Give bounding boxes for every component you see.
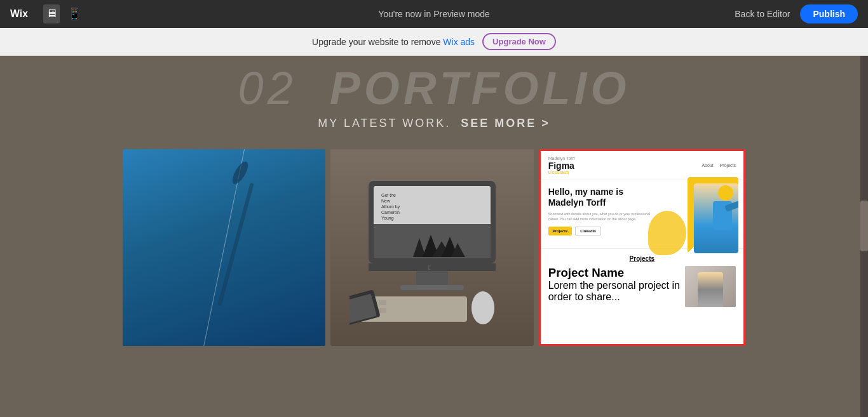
preview-mode-text: You're now in Preview mode bbox=[378, 9, 490, 19]
svg-text:Cameron: Cameron bbox=[381, 210, 400, 215]
figma-nav-links: About Projects bbox=[702, 163, 736, 168]
svg-text::  bbox=[428, 264, 431, 271]
desktop-icon[interactable]: 🖥 bbox=[43, 4, 60, 23]
portfolio-title: 02 PORTFOLIO bbox=[238, 62, 630, 114]
upgrade-text: Upgrade your website to remove Wix ads bbox=[312, 37, 475, 47]
svg-point-2 bbox=[229, 159, 251, 187]
figma-nav-name: Madelyn Torff bbox=[548, 156, 575, 161]
portfolio-subtitle: MY LATEST WORK. SEE MORE > bbox=[318, 117, 550, 130]
figma-projects-section: Projects Project Name Lorem the personal… bbox=[541, 248, 743, 314]
figma-project-img bbox=[685, 266, 736, 307]
portfolio-card-mac[interactable]: Get the New Album by Cameron Young  bbox=[330, 149, 533, 346]
figma-logo: Figma bbox=[548, 161, 575, 171]
figma-hero-text: Hello, my name is Madelyn Torff Short te… bbox=[548, 187, 651, 222]
upgrade-banner: Upgrade your website to remove Wix ads U… bbox=[0, 28, 868, 56]
svg-rect-28 bbox=[379, 308, 386, 313]
figma-nav-projects[interactable]: Projects bbox=[720, 163, 736, 168]
wix-ads-highlight: Wix ads bbox=[443, 37, 475, 47]
diver-svg bbox=[123, 149, 325, 346]
figma-project-figure bbox=[698, 272, 723, 307]
figma-project-item: Project Name Lorem the personal project … bbox=[548, 266, 736, 307]
portfolio-grid: deep Get the New Album by Cameron Young bbox=[123, 149, 745, 346]
figma-card-inner: Madelyn Torff Figma UI DESIGNER About Pr… bbox=[541, 151, 743, 344]
figma-linkedin-btn[interactable]: LinkedIn bbox=[575, 227, 601, 235]
person-svg bbox=[694, 183, 738, 253]
figma-nav: Madelyn Torff Figma UI DESIGNER About Pr… bbox=[541, 151, 743, 180]
upgrade-now-button[interactable]: Upgrade Now bbox=[482, 33, 556, 50]
figma-person bbox=[694, 183, 738, 253]
svg-point-32 bbox=[718, 185, 733, 201]
figma-project-name: Project Name bbox=[548, 266, 680, 280]
figma-projects-title: Projects bbox=[548, 255, 736, 262]
svg-point-29 bbox=[471, 291, 494, 324]
portfolio-card-deep[interactable]: deep bbox=[123, 149, 325, 346]
figma-hero-heading: Hello, my name is Madelyn Torff bbox=[548, 187, 651, 208]
svg-text:Young: Young bbox=[381, 216, 394, 221]
figma-nav-about[interactable]: About bbox=[702, 163, 713, 168]
figma-tagline: UI DESIGNER bbox=[548, 171, 575, 175]
figma-hero-image bbox=[688, 177, 738, 253]
svg-rect-25 bbox=[379, 300, 386, 305]
figma-project-details: Project Name Lorem the personal project … bbox=[548, 266, 680, 303]
right-scrollbar[interactable] bbox=[860, 56, 868, 417]
back-to-editor-link[interactable]: Back to Editor bbox=[735, 9, 790, 19]
svg-rect-3 bbox=[217, 183, 254, 307]
svg-rect-20 bbox=[416, 271, 448, 285]
svg-rect-18 bbox=[369, 263, 496, 271]
figma-projects-btn[interactable]: Projects bbox=[548, 227, 573, 235]
svg-text:Album by: Album by bbox=[381, 204, 400, 209]
mobile-icon[interactable]: 📱 bbox=[65, 4, 84, 23]
mac-svg: Get the New Album by Cameron Young  bbox=[349, 175, 515, 340]
wix-logo: Wix bbox=[10, 8, 33, 20]
publish-button[interactable]: Publish bbox=[800, 4, 858, 23]
topbar: Wix 🖥 📱 You're now in Preview mode Back … bbox=[0, 0, 868, 28]
topbar-right: Back to Editor Publish bbox=[735, 4, 858, 23]
yellow-blob bbox=[648, 211, 686, 255]
device-icons: 🖥 📱 bbox=[43, 4, 84, 23]
svg-text:New: New bbox=[381, 199, 391, 203]
scrollbar-thumb bbox=[860, 201, 868, 251]
figma-hero: Hello, my name is Madelyn Torff Short te… bbox=[541, 180, 743, 248]
portfolio-number: 02 bbox=[238, 63, 297, 114]
see-more-link[interactable]: SEE MORE > bbox=[461, 117, 550, 129]
figma-project-desc: Lorem the personal project in order to s… bbox=[548, 280, 680, 303]
svg-text:Get the: Get the bbox=[381, 193, 396, 197]
portfolio-card-figma[interactable]: Madelyn Torff Figma UI DESIGNER About Pr… bbox=[539, 149, 745, 346]
svg-rect-21 bbox=[400, 285, 464, 290]
portfolio-section: 02 PORTFOLIO MY LATEST WORK. SEE MORE > … bbox=[0, 56, 868, 417]
figma-hero-desc: Short text with details about you, what … bbox=[548, 211, 651, 222]
svg-text:Wix: Wix bbox=[10, 8, 28, 19]
